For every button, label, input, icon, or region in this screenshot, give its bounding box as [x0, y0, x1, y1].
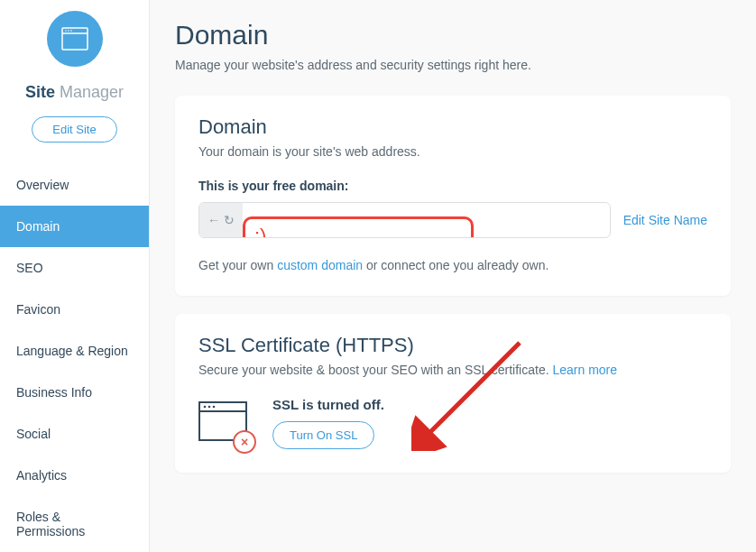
ssl-card-title: SSL Certificate (HTTPS) [198, 334, 707, 357]
domain-card: Domain Your domain is your site's web ad… [175, 96, 731, 296]
window-icon [61, 27, 88, 51]
sidebar-item-language-region[interactable]: Language & Region [0, 330, 149, 372]
page-title: Domain [175, 20, 731, 51]
sidebar-item-business-info[interactable]: Business Info [0, 372, 149, 413]
browser-glyph: × [198, 401, 247, 445]
svg-point-7 [204, 406, 207, 409]
domain-browser-bar: ← ↻ :) [198, 202, 611, 238]
svg-point-8 [208, 406, 211, 409]
sidebar-item-social[interactable]: Social [0, 413, 149, 455]
domain-row: ← ↻ :) Edit Site Name [198, 202, 707, 238]
sidebar-item-favicon[interactable]: Favicon [0, 289, 149, 330]
domain-card-desc: Your domain is your site's web address. [198, 144, 707, 159]
sidebar-item-domain[interactable]: Domain [0, 206, 149, 247]
site-avatar[interactable] [47, 11, 103, 67]
edit-site-name-link[interactable]: Edit Site Name [623, 213, 707, 227]
edit-site-button[interactable]: Edit Site [32, 116, 116, 143]
browser-controls: ← ↻ [199, 203, 243, 237]
turn-on-ssl-button[interactable]: Turn On SSL [272, 421, 374, 449]
brand-title: Site Manager [25, 83, 124, 102]
ssl-body: × SSL is turned off. Turn On SSL [198, 397, 707, 449]
ssl-card: SSL Certificate (HTTPS) Secure your webs… [175, 314, 731, 473]
svg-point-2 [65, 30, 67, 32]
free-domain-label: This is your free domain: [198, 179, 707, 193]
refresh-icon: ↻ [224, 213, 235, 227]
ssl-off-badge-icon: × [233, 430, 256, 454]
svg-point-3 [68, 30, 69, 32]
main-content: Domain Manage your website's address and… [150, 0, 756, 552]
svg-point-9 [213, 406, 216, 409]
annotation-smiley: :) [254, 225, 266, 238]
sidebar-item-seo[interactable]: SEO [0, 247, 149, 289]
ssl-learn-more-link[interactable]: Learn more [552, 363, 617, 377]
sidebar-header: Site Manager Edit Site [0, 0, 149, 159]
ssl-info: SSL is turned off. Turn On SSL [272, 397, 384, 449]
page-subtitle: Manage your website's address and securi… [175, 58, 731, 72]
sidebar-item-roles-permissions[interactable]: Roles & Permissions [0, 496, 149, 552]
custom-domain-help: Get your own custom domain or connect on… [198, 258, 707, 272]
sidebar: Site Manager Edit Site Overview Domain S… [0, 0, 150, 552]
ssl-status-text: SSL is turned off. [272, 397, 384, 412]
ssl-card-desc: Secure your website & boost your SEO wit… [198, 363, 707, 377]
annotation-highlight-box: :) [243, 216, 474, 238]
domain-card-title: Domain [198, 115, 707, 139]
sidebar-item-overview[interactable]: Overview [0, 164, 149, 206]
sidebar-item-analytics[interactable]: Analytics [0, 455, 149, 496]
svg-point-4 [70, 30, 72, 32]
sidebar-nav: Overview Domain SEO Favicon Language & R… [0, 164, 149, 552]
back-arrow-icon: ← [207, 213, 220, 227]
custom-domain-link[interactable]: custom domain [277, 258, 363, 272]
